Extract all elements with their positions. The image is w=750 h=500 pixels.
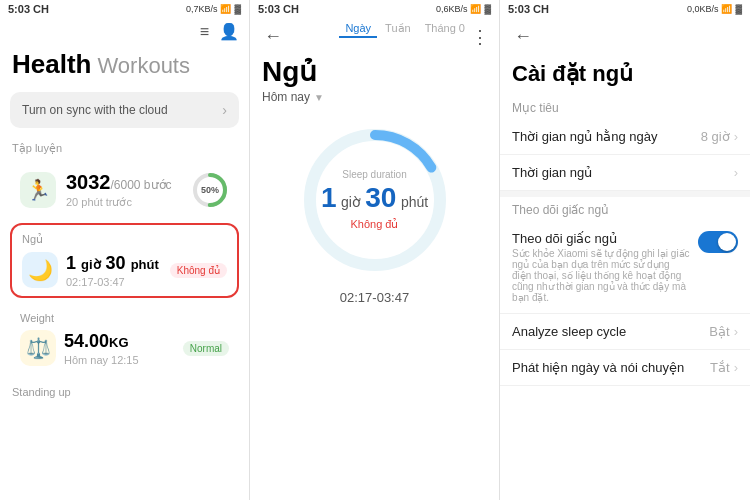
monitor-row: Theo dõi giấc ngủ Sức khỏe Xiaomi sẽ tự … xyxy=(500,221,750,314)
sleep-page-title: Ngủ xyxy=(250,55,499,88)
sleep-time-label: Thời gian ngủ xyxy=(512,165,734,180)
analyze-row[interactable]: Analyze sleep cycle Bật › xyxy=(500,314,750,350)
sleep-min-unit: phút xyxy=(131,257,159,272)
steps-progress-text: 50% xyxy=(201,185,219,195)
sleep-circle: Sleep duration 1 giờ 30 phút Không đủ xyxy=(250,110,499,286)
status-time-1: 5:03 CH xyxy=(8,3,49,15)
signal-icon-2: 📶 xyxy=(470,4,481,14)
more-button-2[interactable]: ⋮ xyxy=(471,26,489,48)
tab-week[interactable]: Tuần xyxy=(379,20,417,38)
steps-progress-ring: 50% xyxy=(191,171,229,209)
steps-time: 20 phút trước xyxy=(66,196,181,209)
date-row: Hôm nay ▼ xyxy=(250,88,499,110)
battery-icon-2: ▓ xyxy=(484,4,491,14)
settings-page-title: Cài đặt ngủ xyxy=(500,55,750,95)
circle-min-unit: phút xyxy=(401,194,428,210)
weight-icon: ⚖️ xyxy=(20,330,56,366)
signal-icon-1: 📶 xyxy=(220,4,231,14)
status-time-3: 5:03 CH xyxy=(508,3,549,15)
sleep-hours: 1 xyxy=(66,253,76,273)
analyze-value: Bật xyxy=(709,324,729,339)
sleep-circle-content: Sleep duration 1 giờ 30 phút Không đủ xyxy=(321,169,428,231)
detect-value: Tắt xyxy=(710,360,730,375)
daily-sleep-row[interactable]: Thời gian ngủ hằng ngày 8 giờ › xyxy=(500,119,750,155)
status-icons-3: 0,0KB/s 📶 ▓ xyxy=(687,4,742,14)
sleep-row: 🌙 1 giờ 30 phút 02:17-03:47 Không đủ xyxy=(22,252,227,288)
sleep-time-chevron: › xyxy=(734,165,738,180)
weight-row: ⚖️ 54.00KG Hôm nay 12:15 Normal xyxy=(20,330,229,366)
running-icon: 🏃 xyxy=(26,178,51,202)
steps-icon: 🏃 xyxy=(20,172,56,208)
detect-row[interactable]: Phát hiện ngày và nói chuyện Tắt › xyxy=(500,350,750,386)
weight-number: 54.00 xyxy=(64,331,109,351)
date-dropdown-icon[interactable]: ▼ xyxy=(314,92,324,103)
signal-icon-3: 📶 xyxy=(721,4,732,14)
sleep-hour-unit: giờ xyxy=(81,257,101,272)
sleep-value: 1 giờ 30 phút xyxy=(66,253,162,274)
analyze-label: Analyze sleep cycle xyxy=(512,324,709,339)
sleep-section-label: Ngủ xyxy=(22,233,227,246)
sleep-time-range-p1: 02:17-03:47 xyxy=(66,276,162,288)
circle-hours: 1 xyxy=(321,182,337,213)
app-title: Health Workouts xyxy=(0,45,249,88)
sync-banner[interactable]: Turn on sync with the cloud › xyxy=(10,92,239,128)
sleep-duration-label: Sleep duration xyxy=(321,169,428,180)
not-enough-badge: Không đủ xyxy=(170,263,227,278)
circle-mins: 30 xyxy=(365,182,396,213)
daily-sleep-label: Thời gian ngủ hằng ngày xyxy=(512,129,701,144)
toggle-knob xyxy=(718,233,736,251)
date-label: Hôm nay xyxy=(262,90,310,104)
tab-month[interactable]: Tháng 0 xyxy=(419,20,471,38)
network-2: 0,6KB/s xyxy=(436,4,468,14)
panel-health-main: 5:03 CH 0,7KB/s 📶 ▓ ≡ 👤 Health Workouts … xyxy=(0,0,250,500)
monitor-section-label: Theo dõi giấc ngủ xyxy=(500,197,750,221)
analyze-chevron: › xyxy=(734,324,738,339)
detect-chevron: › xyxy=(734,360,738,375)
weight-data: 54.00KG Hôm nay 12:15 xyxy=(64,331,175,366)
status-bar-2: 5:03 CH 0,6KB/s 📶 ▓ xyxy=(250,0,499,18)
filter-icon[interactable]: ≡ xyxy=(200,23,209,41)
monitor-label-block: Theo dõi giấc ngủ Sức khỏe Xiaomi sẽ tự … xyxy=(512,231,698,303)
normal-badge: Normal xyxy=(183,341,229,356)
steps-value: 3032 xyxy=(66,171,111,193)
weight-unit: KG xyxy=(109,335,129,350)
profile-icon[interactable]: 👤 xyxy=(219,22,239,41)
sync-text: Turn on sync with the cloud xyxy=(22,103,168,117)
status-icons-1: 0,7KB/s 📶 ▓ xyxy=(186,4,241,14)
nav-bar-2: ← ⋮ Ngày Tuần Tháng 0 xyxy=(250,18,499,55)
daily-sleep-value: 8 giờ xyxy=(701,129,730,144)
circle-hour-unit: giờ xyxy=(341,194,361,210)
weight-time: Hôm nay 12:15 xyxy=(64,354,175,366)
status-bar-1: 5:03 CH 0,7KB/s 📶 ▓ xyxy=(0,0,249,18)
sleep-card[interactable]: Ngủ 🌙 1 giờ 30 phút 02:17-03:47 Không đủ xyxy=(10,223,239,298)
nav-bar-3: ← xyxy=(500,18,750,55)
panel-sleep-detail: 5:03 CH 0,6KB/s 📶 ▓ ← ⋮ Ngày Tuần Tháng … xyxy=(250,0,500,500)
goal-section-label: Mục tiêu xyxy=(500,95,750,119)
sleep-icon: 🌙 xyxy=(22,252,58,288)
monitor-toggle[interactable] xyxy=(698,231,738,253)
steps-count: 3032/6000 bước xyxy=(66,171,181,194)
steps-goal: /6000 bước xyxy=(111,178,172,192)
weight-card[interactable]: Weight ⚖️ 54.00KG Hôm nay 12:15 Normal xyxy=(10,304,239,374)
workout-section-label: Tập luyện xyxy=(0,138,249,159)
status-bar-3: 5:03 CH 0,0KB/s 📶 ▓ xyxy=(500,0,750,18)
battery-icon-1: ▓ xyxy=(234,4,241,14)
battery-icon-3: ▓ xyxy=(735,4,742,14)
steps-card[interactable]: 🏃 3032/6000 bước 20 phút trước 50% xyxy=(10,163,239,217)
tab-day[interactable]: Ngày xyxy=(339,20,377,38)
sleep-data: 1 giờ 30 phút 02:17-03:47 xyxy=(66,253,162,288)
panel1-header: ≡ 👤 xyxy=(0,18,249,45)
network-3: 0,0KB/s xyxy=(687,4,719,14)
sync-chevron-icon: › xyxy=(222,102,227,118)
weight-section-label: Weight xyxy=(20,312,229,324)
weight-value: 54.00KG xyxy=(64,331,175,352)
back-button-2[interactable]: ← xyxy=(260,24,286,49)
sleep-time-row[interactable]: Thời gian ngủ › xyxy=(500,155,750,191)
panel-sleep-settings: 5:03 CH 0,0KB/s 📶 ▓ ← Cài đặt ngủ Mục ti… xyxy=(500,0,750,500)
steps-data: 3032/6000 bước 20 phút trước xyxy=(66,171,181,209)
period-tabs: Ngày Tuần Tháng 0 xyxy=(339,20,471,38)
sleep-mins: 30 xyxy=(106,253,126,273)
back-button-3[interactable]: ← xyxy=(510,24,536,49)
status-icons-2: 0,6KB/s 📶 ▓ xyxy=(436,4,491,14)
sleep-duration-value: 1 giờ 30 phút xyxy=(321,182,428,214)
